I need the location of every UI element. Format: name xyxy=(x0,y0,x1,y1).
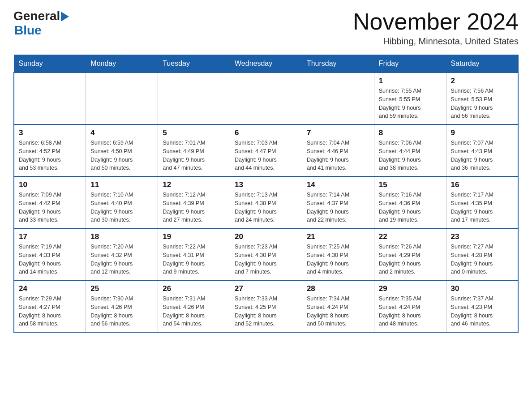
day-number: 20 xyxy=(235,232,297,241)
calendar-cell: 8Sunrise: 7:06 AMSunset: 4:44 PMDaylight… xyxy=(374,124,446,176)
calendar-week-1: 1Sunrise: 7:55 AMSunset: 5:55 PMDaylight… xyxy=(14,73,518,124)
day-info: Sunrise: 7:31 AMSunset: 4:26 PMDaylight:… xyxy=(163,295,225,328)
day-number: 4 xyxy=(90,128,153,137)
day-number: 9 xyxy=(451,128,513,137)
header-cell-thursday: Thursday xyxy=(302,55,374,73)
calendar-cell: 12Sunrise: 7:12 AMSunset: 4:39 PMDayligh… xyxy=(158,176,230,228)
logo-arrow-icon xyxy=(61,12,69,21)
day-number: 16 xyxy=(451,180,513,189)
day-info: Sunrise: 7:19 AMSunset: 4:33 PMDaylight:… xyxy=(19,243,81,276)
calendar-cell: 6Sunrise: 7:03 AMSunset: 4:47 PMDaylight… xyxy=(230,124,302,176)
calendar-cell: 9Sunrise: 7:07 AMSunset: 4:43 PMDaylight… xyxy=(446,124,518,176)
calendar-header: SundayMondayTuesdayWednesdayThursdayFrid… xyxy=(14,55,518,73)
calendar-cell: 18Sunrise: 7:20 AMSunset: 4:32 PMDayligh… xyxy=(86,228,158,280)
day-info: Sunrise: 7:16 AMSunset: 4:36 PMDaylight:… xyxy=(379,191,442,224)
logo-general-text: General xyxy=(13,9,60,23)
calendar-cell: 7Sunrise: 7:04 AMSunset: 4:46 PMDaylight… xyxy=(302,124,374,176)
day-info: Sunrise: 7:04 AMSunset: 4:46 PMDaylight:… xyxy=(307,139,369,172)
calendar-cell: 20Sunrise: 7:23 AMSunset: 4:30 PMDayligh… xyxy=(230,228,302,280)
calendar-title: November 2024 xyxy=(353,9,519,34)
day-info: Sunrise: 7:13 AMSunset: 4:38 PMDaylight:… xyxy=(235,191,297,224)
calendar-cell: 16Sunrise: 7:17 AMSunset: 4:35 PMDayligh… xyxy=(446,176,518,228)
day-number: 30 xyxy=(451,284,513,293)
day-info: Sunrise: 7:22 AMSunset: 4:31 PMDaylight:… xyxy=(163,243,225,276)
calendar-cell xyxy=(302,73,374,124)
calendar-cell: 2Sunrise: 7:56 AMSunset: 5:53 PMDaylight… xyxy=(446,73,518,124)
day-info: Sunrise: 7:33 AMSunset: 4:25 PMDaylight:… xyxy=(235,295,297,328)
day-number: 1 xyxy=(379,77,442,86)
day-info: Sunrise: 7:20 AMSunset: 4:32 PMDaylight:… xyxy=(90,243,153,276)
calendar-cell: 5Sunrise: 7:01 AMSunset: 4:49 PMDaylight… xyxy=(158,124,230,176)
header-cell-sunday: Sunday xyxy=(14,55,86,73)
logo: General Blue xyxy=(13,9,69,38)
day-number: 17 xyxy=(19,232,81,241)
day-info: Sunrise: 7:07 AMSunset: 4:43 PMDaylight:… xyxy=(451,139,513,172)
day-number: 19 xyxy=(163,232,225,241)
calendar-cell: 29Sunrise: 7:35 AMSunset: 4:24 PMDayligh… xyxy=(374,280,446,332)
day-number: 25 xyxy=(90,284,153,293)
day-info: Sunrise: 7:26 AMSunset: 4:29 PMDaylight:… xyxy=(379,243,442,276)
calendar-cell: 22Sunrise: 7:26 AMSunset: 4:29 PMDayligh… xyxy=(374,228,446,280)
calendar-cell: 24Sunrise: 7:29 AMSunset: 4:27 PMDayligh… xyxy=(14,280,86,332)
svg-marker-0 xyxy=(61,12,69,21)
day-number: 28 xyxy=(307,284,369,293)
calendar-week-2: 3Sunrise: 6:58 AMSunset: 4:52 PMDaylight… xyxy=(14,124,518,176)
header-cell-saturday: Saturday xyxy=(446,55,518,73)
day-number: 21 xyxy=(307,232,369,241)
day-info: Sunrise: 7:14 AMSunset: 4:37 PMDaylight:… xyxy=(307,191,369,224)
page-header: General Blue November 2024 Hibbing, Minn… xyxy=(13,9,519,47)
day-info: Sunrise: 7:55 AMSunset: 5:55 PMDaylight:… xyxy=(379,87,442,120)
calendar-week-4: 17Sunrise: 7:19 AMSunset: 4:33 PMDayligh… xyxy=(14,228,518,280)
day-info: Sunrise: 6:59 AMSunset: 4:50 PMDaylight:… xyxy=(90,139,153,172)
day-number: 18 xyxy=(90,232,153,241)
day-info: Sunrise: 7:30 AMSunset: 4:26 PMDaylight:… xyxy=(90,295,153,328)
day-info: Sunrise: 7:12 AMSunset: 4:39 PMDaylight:… xyxy=(163,191,225,224)
calendar-body: 1Sunrise: 7:55 AMSunset: 5:55 PMDaylight… xyxy=(14,73,518,332)
header-cell-wednesday: Wednesday xyxy=(230,55,302,73)
day-info: Sunrise: 7:27 AMSunset: 4:28 PMDaylight:… xyxy=(451,243,513,276)
calendar-cell: 27Sunrise: 7:33 AMSunset: 4:25 PMDayligh… xyxy=(230,280,302,332)
calendar-subtitle: Hibbing, Minnesota, United States xyxy=(353,36,519,47)
calendar-cell: 14Sunrise: 7:14 AMSunset: 4:37 PMDayligh… xyxy=(302,176,374,228)
day-info: Sunrise: 7:06 AMSunset: 4:44 PMDaylight:… xyxy=(379,139,442,172)
day-number: 22 xyxy=(379,232,442,241)
logo-blue-text: Blue xyxy=(14,23,42,38)
day-info: Sunrise: 7:23 AMSunset: 4:30 PMDaylight:… xyxy=(235,243,297,276)
calendar-cell: 4Sunrise: 6:59 AMSunset: 4:50 PMDaylight… xyxy=(86,124,158,176)
calendar-cell: 15Sunrise: 7:16 AMSunset: 4:36 PMDayligh… xyxy=(374,176,446,228)
header-row: SundayMondayTuesdayWednesdayThursdayFrid… xyxy=(14,55,518,73)
header-cell-friday: Friday xyxy=(374,55,446,73)
calendar-week-3: 10Sunrise: 7:09 AMSunset: 4:42 PMDayligh… xyxy=(14,176,518,228)
day-info: Sunrise: 7:03 AMSunset: 4:47 PMDaylight:… xyxy=(235,139,297,172)
calendar-cell: 3Sunrise: 6:58 AMSunset: 4:52 PMDaylight… xyxy=(14,124,86,176)
day-number: 23 xyxy=(451,232,513,241)
day-number: 12 xyxy=(163,180,225,189)
calendar-cell: 21Sunrise: 7:25 AMSunset: 4:30 PMDayligh… xyxy=(302,228,374,280)
day-number: 15 xyxy=(379,180,442,189)
day-info: Sunrise: 7:09 AMSunset: 4:42 PMDaylight:… xyxy=(19,191,81,224)
calendar-cell xyxy=(158,73,230,124)
calendar-cell xyxy=(86,73,158,124)
day-number: 7 xyxy=(307,128,369,137)
calendar-cell xyxy=(14,73,86,124)
calendar-cell: 30Sunrise: 7:37 AMSunset: 4:23 PMDayligh… xyxy=(446,280,518,332)
calendar-cell: 1Sunrise: 7:55 AMSunset: 5:55 PMDaylight… xyxy=(374,73,446,124)
calendar-cell: 28Sunrise: 7:34 AMSunset: 4:24 PMDayligh… xyxy=(302,280,374,332)
day-info: Sunrise: 6:58 AMSunset: 4:52 PMDaylight:… xyxy=(19,139,81,172)
header-cell-monday: Monday xyxy=(86,55,158,73)
day-number: 29 xyxy=(379,284,442,293)
calendar-cell: 19Sunrise: 7:22 AMSunset: 4:31 PMDayligh… xyxy=(158,228,230,280)
day-info: Sunrise: 7:29 AMSunset: 4:27 PMDaylight:… xyxy=(19,295,81,328)
day-number: 2 xyxy=(451,77,513,86)
day-number: 27 xyxy=(235,284,297,293)
calendar-cell: 11Sunrise: 7:10 AMSunset: 4:40 PMDayligh… xyxy=(86,176,158,228)
calendar-table: SundayMondayTuesdayWednesdayThursdayFrid… xyxy=(13,55,519,333)
day-number: 3 xyxy=(19,128,81,137)
calendar-cell xyxy=(230,73,302,124)
calendar-week-5: 24Sunrise: 7:29 AMSunset: 4:27 PMDayligh… xyxy=(14,280,518,332)
day-number: 10 xyxy=(19,180,81,189)
header-cell-tuesday: Tuesday xyxy=(158,55,230,73)
day-number: 14 xyxy=(307,180,369,189)
day-number: 24 xyxy=(19,284,81,293)
day-info: Sunrise: 7:17 AMSunset: 4:35 PMDaylight:… xyxy=(451,191,513,224)
